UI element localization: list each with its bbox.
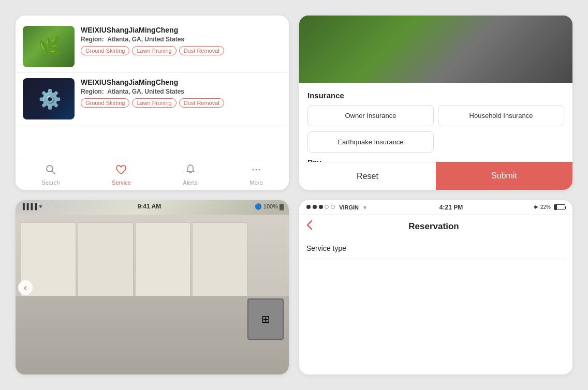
form-image-strip xyxy=(299,16,572,83)
kitchen-battery: 🔵 100% ▓ xyxy=(255,203,284,210)
carrier-name: VIRGIN xyxy=(339,204,359,211)
battery-percent: 22% xyxy=(540,204,551,210)
household-insurance-btn[interactable]: Household Insurance xyxy=(438,105,564,126)
battery-bar xyxy=(554,204,565,210)
prev-button[interactable]: ‹ xyxy=(18,280,33,295)
service-item-title-2: WEIXIUShangJiaMingCheng xyxy=(81,78,282,86)
nav-more[interactable]: More xyxy=(250,164,263,186)
svg-point-3 xyxy=(253,169,254,170)
tag-dust-removal-2: Dust Removal xyxy=(179,98,224,108)
kitchen-image: ⊞ ‹ xyxy=(16,200,289,374)
insurance-section-title: Insurance xyxy=(307,91,564,100)
tag-lawn-pruning-1: Lawn Pruning xyxy=(132,46,176,55)
bluetooth-icon: ✱ xyxy=(534,204,538,210)
nav-alerts-label: Alerts xyxy=(183,179,198,186)
reservation-status-bar: VIRGIN ᯤ 4:21 PM ✱ 22% xyxy=(299,200,572,215)
tags-1: Ground Skirting Lawn Pruning Dust Remova… xyxy=(81,46,282,55)
tag-ground-skirting-1: Ground Skirting xyxy=(81,46,129,55)
earthquake-insurance-btn[interactable]: Earthquake Insurance xyxy=(307,131,434,153)
svg-point-5 xyxy=(259,169,260,170)
res-battery: ✱ 22% xyxy=(534,204,565,210)
kitchen-card: ▐▐▐▐ ᯤ 9:41 AM 🔵 100% ▓ ⊞ ‹ xyxy=(16,200,289,374)
nav-search[interactable]: Search xyxy=(41,164,60,186)
nav-search-label: Search xyxy=(41,179,60,186)
tag-ground-skirting-2: Ground Skirting xyxy=(81,98,129,108)
reservation-title: Reservation xyxy=(318,221,550,232)
service-item-info-2: WEIXIUShangJiaMingCheng Region: Atlanta,… xyxy=(81,78,282,108)
service-item-region-1: Region: Atlanta, GA, United States xyxy=(81,36,282,43)
service-list-card: WEIXIUShangJiaMingCheng Region: Atlanta,… xyxy=(16,16,289,190)
tag-lawn-pruning-2: Lawn Pruning xyxy=(132,98,176,108)
back-button[interactable] xyxy=(306,220,313,233)
service-type-label: Service type xyxy=(306,244,346,252)
region-label-2: Region: xyxy=(81,88,104,95)
form-actions: Reset Submit xyxy=(299,162,572,190)
wifi-icon: ᯤ xyxy=(363,204,369,211)
service-item-image-2 xyxy=(23,78,75,119)
region-label-1: Region: xyxy=(81,36,104,43)
tag-dust-removal-1: Dust Removal xyxy=(179,46,224,55)
reset-button[interactable]: Reset xyxy=(299,162,436,190)
search-icon xyxy=(45,164,56,178)
submit-button[interactable]: Submit xyxy=(436,162,572,190)
reservation-content: Service type xyxy=(299,238,572,259)
insurance-form-card: Insurance Owner Insurance Household Insu… xyxy=(299,16,572,190)
service-item-region-2: Region: Atlanta, GA, United States xyxy=(81,88,282,95)
service-item-title-1: WEIXIUShangJiaMingCheng xyxy=(81,26,282,34)
prev-icon: ‹ xyxy=(24,281,27,293)
service-item-image-1 xyxy=(23,26,75,67)
reservation-header: Reservation xyxy=(299,215,572,238)
reservation-card: VIRGIN ᯤ 4:21 PM ✱ 22% Reservation Servi… xyxy=(299,200,572,374)
alerts-bell-icon xyxy=(185,164,196,178)
kitchen-status-bar: ▐▐▐▐ ᯤ 9:41 AM 🔵 100% ▓ xyxy=(16,200,289,213)
service-item-info-1: WEIXIUShangJiaMingCheng Region: Atlanta,… xyxy=(81,26,282,55)
owner-insurance-btn[interactable]: Owner Insurance xyxy=(307,105,434,126)
service-type-row: Service type xyxy=(306,238,565,259)
service-heart-icon xyxy=(115,164,127,178)
nav-service[interactable]: Service xyxy=(112,164,131,186)
region-value-1: Atlanta, GA, United States xyxy=(107,36,184,43)
tags-2: Ground Skirting Lawn Pruning Dust Remova… xyxy=(81,98,282,108)
service-item-1[interactable]: WEIXIUShangJiaMingCheng Region: Atlanta,… xyxy=(16,21,289,73)
insurance-button-grid: Owner Insurance Household Insurance xyxy=(307,105,564,126)
kitchen-time: 9:41 AM xyxy=(138,203,161,210)
kitchen-signal: ▐▐▐▐ ᯤ xyxy=(21,203,44,209)
res-signal: VIRGIN ᯤ xyxy=(306,204,369,211)
more-icon xyxy=(251,164,262,178)
region-value-2: Atlanta, GA, United States xyxy=(107,88,184,95)
nav-service-label: Service xyxy=(112,179,131,186)
nav-alerts[interactable]: Alerts xyxy=(183,164,198,186)
bottom-nav: Search Service Alerts xyxy=(16,159,289,190)
svg-point-4 xyxy=(256,169,257,170)
svg-line-1 xyxy=(52,171,55,174)
service-item-2[interactable]: WEIXIUShangJiaMingCheng Region: Atlanta,… xyxy=(16,73,289,125)
nav-more-label: More xyxy=(250,179,263,186)
res-time: 4:21 PM xyxy=(439,204,463,211)
signal-dots xyxy=(306,204,337,210)
